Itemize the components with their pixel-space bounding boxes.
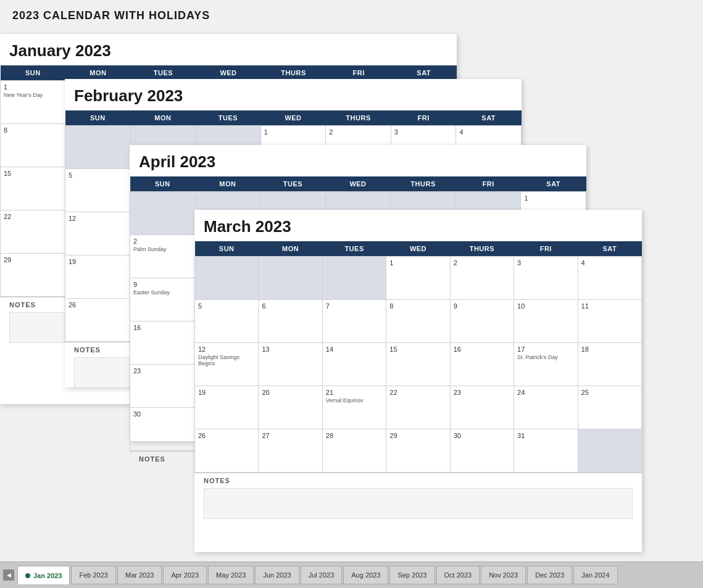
tab-jan-2024[interactable]: Jan 2024 bbox=[573, 566, 617, 584]
mar-header-sun: SUN bbox=[195, 241, 259, 257]
mar-cell: 14 bbox=[322, 343, 386, 386]
table-row: 26 27 28 29 30 31 bbox=[195, 429, 642, 473]
tab-aug-2023[interactable]: Aug 2023 bbox=[343, 566, 388, 584]
apr-header-sat: SAT bbox=[521, 176, 586, 192]
mar-cell: 17St. Patrick's Day bbox=[514, 343, 578, 386]
tab-feb-2023[interactable]: Feb 2023 bbox=[71, 566, 115, 584]
apr-cell: 2Palm Sunday bbox=[130, 235, 196, 278]
feb-header-tue: TUES bbox=[196, 110, 261, 126]
page-title: 2023 CALENDAR WITH HOLIDAYS bbox=[12, 9, 691, 22]
apr-cell: 16 bbox=[130, 321, 196, 365]
feb-header-fri: FRI bbox=[391, 110, 456, 126]
tab-dec-label: Dec 2023 bbox=[535, 571, 564, 579]
feb-cell: 26 bbox=[65, 299, 131, 342]
apr-header-tue: TUES bbox=[260, 176, 326, 192]
mar-cell bbox=[259, 257, 322, 300]
mar-cell: 25 bbox=[578, 386, 641, 429]
mar-cell: 19 bbox=[195, 386, 259, 429]
apr-cell: 30 bbox=[130, 408, 196, 451]
mar-cell: 2 bbox=[450, 257, 514, 300]
tab-oct-2023[interactable]: Oct 2023 bbox=[436, 566, 480, 584]
tab-jun-2023[interactable]: Jun 2023 bbox=[255, 566, 299, 584]
tab-sep-2023[interactable]: Sep 2023 bbox=[389, 566, 435, 584]
apr-cell: 9Easter Sunday bbox=[130, 278, 196, 321]
mar-cell: 10 bbox=[514, 300, 578, 343]
mar-notes-area bbox=[204, 488, 633, 519]
mar-cell: 16 bbox=[450, 343, 514, 386]
table-row: 1 2 3 4 bbox=[195, 257, 642, 300]
mar-cell: 6 bbox=[259, 300, 322, 343]
table-row: 19 20 21Vernal Equinox 22 23 24 25 bbox=[195, 386, 642, 429]
table-row: 5 6 7 8 9 10 11 bbox=[195, 300, 642, 343]
mar-cell: 4 bbox=[578, 257, 641, 300]
mar-cell: 13 bbox=[259, 343, 322, 386]
mar-cell: 3 bbox=[514, 257, 578, 300]
apr-header-wed: WED bbox=[325, 176, 391, 192]
mar-header-thu: THURS bbox=[450, 241, 514, 257]
jan-header-tue: TUES bbox=[131, 65, 196, 81]
tab-mar-2023[interactable]: Mar 2023 bbox=[117, 566, 162, 584]
apr-header-sun: SUN bbox=[130, 176, 196, 192]
mar-cell: 11 bbox=[578, 300, 641, 343]
mar-notes-label: NOTES bbox=[194, 473, 642, 488]
mar-header-sat: SAT bbox=[578, 241, 641, 257]
jan-header-wed: WED bbox=[196, 65, 261, 81]
jan-header-mon: MON bbox=[65, 65, 131, 81]
tab-sep-label: Sep 2023 bbox=[397, 571, 426, 579]
jan-cell: 8 bbox=[1, 124, 66, 167]
feb-header-thu: THURS bbox=[326, 110, 391, 126]
apr-cell: 23 bbox=[130, 365, 196, 408]
tab-jan-2023[interactable]: Jan 2023 bbox=[17, 566, 70, 584]
feb-cell: 12 bbox=[65, 212, 131, 255]
tab-bar: ◀ Jan 2023 Feb 2023 Mar 2023 Apr 2023 Ma… bbox=[0, 561, 703, 588]
tab-jul-2023[interactable]: Jul 2023 bbox=[301, 566, 343, 584]
feb-cell: 5 bbox=[65, 169, 131, 212]
tab-may-label: May 2023 bbox=[216, 571, 246, 579]
apr-header-mon: MON bbox=[195, 176, 260, 192]
mar-cell: 26 bbox=[195, 429, 259, 473]
january-title: January 2023 bbox=[0, 34, 457, 65]
jan-header-sun: SUN bbox=[1, 65, 66, 81]
jan-cell: 1New Year's Day bbox=[1, 81, 66, 124]
march-table: SUN MON TUES WED THURS FRI SAT 1 2 3 bbox=[194, 241, 642, 473]
tab-may-2023[interactable]: May 2023 bbox=[208, 566, 254, 584]
feb-cell bbox=[65, 126, 131, 169]
feb-header-sun: SUN bbox=[65, 110, 131, 126]
tab-apr-label: Apr 2023 bbox=[171, 571, 199, 579]
mar-cell: 28 bbox=[322, 429, 386, 473]
mar-cell: 18 bbox=[578, 343, 641, 386]
apr-cell bbox=[130, 192, 196, 235]
apr-header-thu: THURS bbox=[391, 176, 456, 192]
tab-nov-2023[interactable]: Nov 2023 bbox=[481, 566, 526, 584]
mar-cell: 23 bbox=[450, 386, 514, 429]
tab-dec-2023[interactable]: Dec 2023 bbox=[527, 566, 572, 584]
tab-prev-button[interactable]: ◀ bbox=[3, 569, 14, 581]
jan-cell: 15 bbox=[1, 167, 66, 210]
mar-header-mon: MON bbox=[259, 241, 322, 257]
tab-mar-label: Mar 2023 bbox=[125, 571, 154, 579]
feb-header-wed: WED bbox=[260, 110, 326, 126]
tab-nov-label: Nov 2023 bbox=[489, 571, 518, 579]
jan-header-sat: SAT bbox=[391, 65, 457, 81]
jan-header-thu: THURS bbox=[261, 65, 327, 81]
mar-cell: 24 bbox=[514, 386, 578, 429]
mar-cell bbox=[195, 257, 259, 300]
mar-cell: 20 bbox=[259, 386, 322, 429]
tab-jun-label: Jun 2023 bbox=[263, 571, 291, 579]
active-tab-dot bbox=[25, 573, 30, 578]
mar-cell: 7 bbox=[322, 300, 386, 343]
mar-cell: 1 bbox=[386, 257, 450, 300]
february-title: February 2023 bbox=[65, 79, 522, 110]
jan-header-fri: FRI bbox=[326, 65, 391, 81]
mar-cell: 5 bbox=[195, 300, 259, 343]
mar-cell: 27 bbox=[259, 429, 322, 473]
table-row: 12Daylight Savings Begins 13 14 15 16 17… bbox=[195, 343, 642, 386]
mar-cell bbox=[322, 257, 386, 300]
march-title: March 2023 bbox=[194, 210, 642, 241]
feb-header-sat: SAT bbox=[456, 110, 522, 126]
tab-aug-label: Aug 2023 bbox=[351, 571, 380, 579]
mar-cell: 8 bbox=[386, 300, 450, 343]
mar-cell: 9 bbox=[450, 300, 514, 343]
tab-apr-2023[interactable]: Apr 2023 bbox=[163, 566, 207, 584]
mar-cell: 30 bbox=[450, 429, 514, 473]
